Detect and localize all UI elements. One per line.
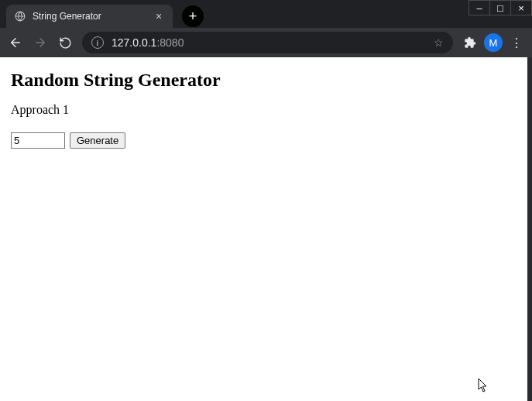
arrow-left-icon	[9, 36, 22, 50]
tab-title: String Generator	[33, 11, 146, 22]
browser-toolbar: i 127.0.0.1:8080 ☆ M ⋮	[0, 28, 532, 57]
puzzle-icon	[464, 36, 476, 49]
globe-icon	[14, 10, 26, 22]
window-controls: – □ ×	[469, 0, 532, 15]
cursor-icon	[478, 378, 489, 396]
browser-menu-button[interactable]: ⋮	[506, 32, 527, 53]
window-maximize-button[interactable]: □	[489, 0, 511, 15]
url-text: 127.0.0.1:8080	[112, 36, 426, 49]
forward-button[interactable]	[29, 32, 51, 53]
tab-strip: String Generator × +	[0, 0, 532, 28]
page-viewport: Random String Generator Approach 1 Gener…	[0, 57, 532, 401]
reload-icon	[59, 36, 72, 50]
new-tab-button[interactable]: +	[182, 5, 204, 27]
url-port: :8080	[156, 36, 184, 49]
window-minimize-button[interactable]: –	[469, 0, 490, 15]
tab-close-icon[interactable]: ×	[153, 10, 165, 22]
generator-form: Generate	[11, 132, 517, 149]
extensions-button[interactable]	[459, 32, 481, 53]
address-bar[interactable]: i 127.0.0.1:8080 ☆	[82, 32, 453, 53]
page-title: Random String Generator	[11, 70, 517, 91]
profile-avatar[interactable]: M	[484, 33, 503, 52]
site-info-icon[interactable]: i	[91, 36, 104, 49]
arrow-right-icon	[33, 36, 47, 50]
bookmark-star-icon[interactable]: ☆	[434, 36, 444, 49]
tab-active[interactable]: String Generator ×	[6, 5, 173, 28]
length-input[interactable]	[11, 132, 65, 149]
generate-button[interactable]: Generate	[70, 132, 125, 149]
window-close-button[interactable]: ×	[510, 0, 532, 15]
url-host: 127.0.0.1	[112, 36, 156, 49]
back-button[interactable]	[5, 32, 26, 53]
page-subtitle: Approach 1	[11, 103, 517, 117]
reload-button[interactable]	[54, 32, 76, 53]
